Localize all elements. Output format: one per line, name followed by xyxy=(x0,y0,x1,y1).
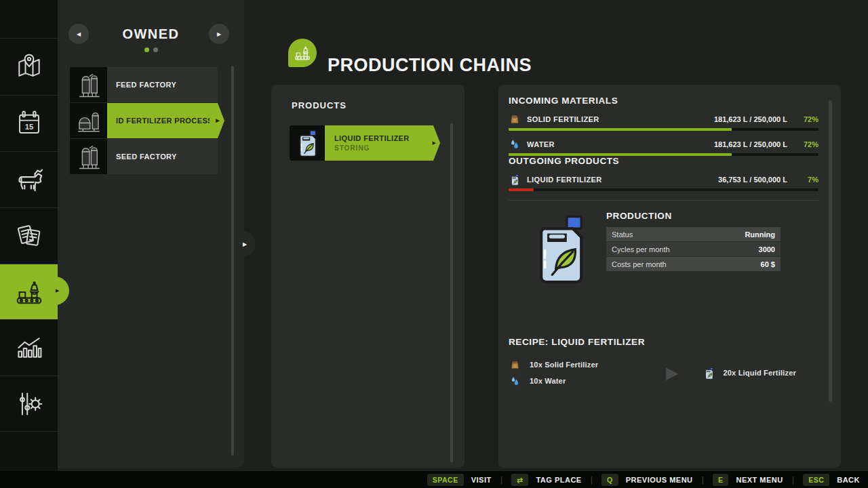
product-row-liquid-fertilizer: LIQUID FERTILIZER 36,753 L / 500,000 L 7… xyxy=(509,173,818,186)
production-block: PRODUCTION Status Running Cycles per mon… xyxy=(509,211,818,288)
liquid-fertilizer-icon xyxy=(509,174,521,186)
solid-fertilizer-icon xyxy=(509,359,521,371)
cow-icon xyxy=(14,164,45,195)
visit-hint: VISIT xyxy=(471,476,492,484)
esc-key[interactable]: ESC xyxy=(803,474,829,486)
settings-icon xyxy=(14,389,44,419)
list-item-feed-factory[interactable]: FEED FACTORY xyxy=(70,67,218,102)
solid-fertilizer-icon xyxy=(509,113,521,125)
material-label: SOLID FERTILIZER xyxy=(527,115,599,123)
progress-bar xyxy=(509,188,818,191)
product-status: STORING xyxy=(334,144,433,152)
outgoing-products-title: OUTGOING PRODUCTS xyxy=(509,156,818,166)
recipe-block: 10x Solid Fertilizer 10x Water ▶ 20x Liq… xyxy=(509,357,818,389)
recipe-output-liquid-fertilizer: 20x Liquid Fertilizer xyxy=(703,367,796,380)
hint-separator: | xyxy=(702,474,704,485)
sidebar-item-animals[interactable] xyxy=(0,151,58,207)
water-icon xyxy=(509,375,521,387)
material-row-water: WATER 181,623 L / 250,000 L 72% xyxy=(509,138,818,151)
progress-fill xyxy=(509,188,534,191)
sidebar-spacer xyxy=(0,431,58,471)
row-value: Running xyxy=(745,230,775,239)
list-item-seed-factory[interactable]: SEED FACTORY xyxy=(70,139,218,174)
calendar-day: 15 xyxy=(24,123,33,131)
row-label: Status xyxy=(612,230,633,239)
next-menu-hint: NEXT MENU xyxy=(736,476,783,484)
details-scrollbar[interactable] xyxy=(829,100,832,402)
bottom-hint-bar: SPACE VISIT | ⇄ TAG PLACE | Q PREVIOUS M… xyxy=(0,471,868,488)
factory-list: FEED FACTORY ID FERTILIZER PROCESSING FA… xyxy=(70,67,218,175)
back-hint: BACK xyxy=(837,476,860,484)
progress-bar xyxy=(509,128,818,131)
products-title: PRODUCTS xyxy=(292,100,347,110)
section-divider xyxy=(509,200,818,201)
small-arrow-icon: ▶ xyxy=(243,241,247,247)
product-thumbnail xyxy=(290,125,325,161)
liquid-fertilizer-icon xyxy=(703,367,715,380)
small-arrow-icon: ▶ xyxy=(433,140,436,146)
recipe-arrow-icon: ▶ xyxy=(666,363,678,382)
panel-expander[interactable]: ▶ xyxy=(241,231,256,257)
product-percent: 7% xyxy=(787,176,818,184)
hint-separator: | xyxy=(591,474,593,485)
factory-label: SEED FACTORY xyxy=(116,152,177,161)
product-label: LIQUID FERTILIZER xyxy=(334,134,433,142)
production-chains-icon xyxy=(293,43,312,62)
material-amount: 181,623 L / 250,000 L xyxy=(714,115,787,123)
production-chains-badge xyxy=(288,39,317,67)
chevron-right-icon: ▶ xyxy=(217,31,221,37)
small-arrow-icon: ▶ xyxy=(216,118,220,123)
recipe-input-solid-fertilizer: 10x Solid Fertilizer xyxy=(509,357,642,373)
main-sidebar: 15 xyxy=(0,0,58,471)
table-row-status: Status Running xyxy=(606,227,781,241)
hint-separator: | xyxy=(500,474,502,485)
factory-thumbnail xyxy=(70,67,107,102)
calendar-icon: 15 xyxy=(15,109,43,138)
factory-thumbnail xyxy=(70,103,107,138)
tag-place-hint: TAG PLACE xyxy=(536,476,581,484)
page-dot-inactive xyxy=(153,47,158,52)
sidebar-item-calendar[interactable]: 15 xyxy=(0,95,58,151)
liquid-fertilizer-icon-large xyxy=(530,211,589,288)
page-title: PRODUCTION CHAINS xyxy=(328,55,532,76)
products-panel: PRODUCTS LIQUID FERTILIZER STORING ▶ xyxy=(271,85,465,468)
material-row-solid-fertilizer: SOLID FERTILIZER 181,623 L / 250,000 L 7… xyxy=(509,113,818,126)
product-label: LIQUID FERTILIZER xyxy=(527,176,602,184)
production-title: PRODUCTION xyxy=(606,211,818,221)
next-page-button[interactable]: ▶ xyxy=(209,24,229,44)
recipe-input-label: 10x Solid Fertilizer xyxy=(530,361,598,369)
sidebar-item-settings[interactable] xyxy=(0,375,58,431)
recipe-title: RECIPE: LIQUID FERTILIZER xyxy=(509,337,818,347)
material-percent: 72% xyxy=(787,115,818,123)
sidebar-item-statistics[interactable] xyxy=(0,319,58,375)
map-icon xyxy=(14,52,44,82)
owned-scrollbar[interactable] xyxy=(231,66,234,455)
material-percent: 72% xyxy=(787,140,818,148)
tab-key-icon[interactable]: ⇄ xyxy=(511,474,528,486)
product-amount: 36,753 L / 500,000 L xyxy=(718,176,787,184)
sidebar-item-contracts[interactable] xyxy=(0,207,58,264)
factory-thumbnail xyxy=(70,139,107,174)
list-item-fertilizer-factory[interactable]: ID FERTILIZER PROCESSING FA ▶ xyxy=(70,103,218,138)
row-value: 60 $ xyxy=(761,260,775,268)
owned-panel: ◀ OWNED ▶ FEED FACTORY ID FERTILIZER PR xyxy=(58,0,244,468)
progress-fill xyxy=(509,128,732,131)
table-row-costs: Costs per month 60 $ xyxy=(606,257,781,271)
products-scrollbar[interactable] xyxy=(450,123,453,462)
page-dot-active xyxy=(144,47,149,52)
row-label: Cycles per month xyxy=(612,245,670,253)
statistics-icon xyxy=(14,333,44,363)
sidebar-item-production-chains[interactable] xyxy=(0,264,58,319)
space-key[interactable]: SPACE xyxy=(427,474,464,486)
previous-menu-hint: PREVIOUS MENU xyxy=(626,476,693,484)
sidebar-item-map[interactable] xyxy=(0,38,58,95)
contracts-icon xyxy=(14,221,44,251)
details-panel: INCOMING MATERIALS SOLID FERTILIZER 181,… xyxy=(498,85,841,468)
e-key[interactable]: E xyxy=(713,474,729,486)
q-key[interactable]: Q xyxy=(601,474,618,486)
product-item-liquid-fertilizer[interactable]: LIQUID FERTILIZER STORING ▶ xyxy=(290,125,433,161)
production-table: Status Running Cycles per month 3000 Cos… xyxy=(606,227,781,271)
production-chains-icon xyxy=(14,277,45,308)
water-icon xyxy=(509,138,521,150)
production-chains-screen: 15 xyxy=(0,0,868,488)
